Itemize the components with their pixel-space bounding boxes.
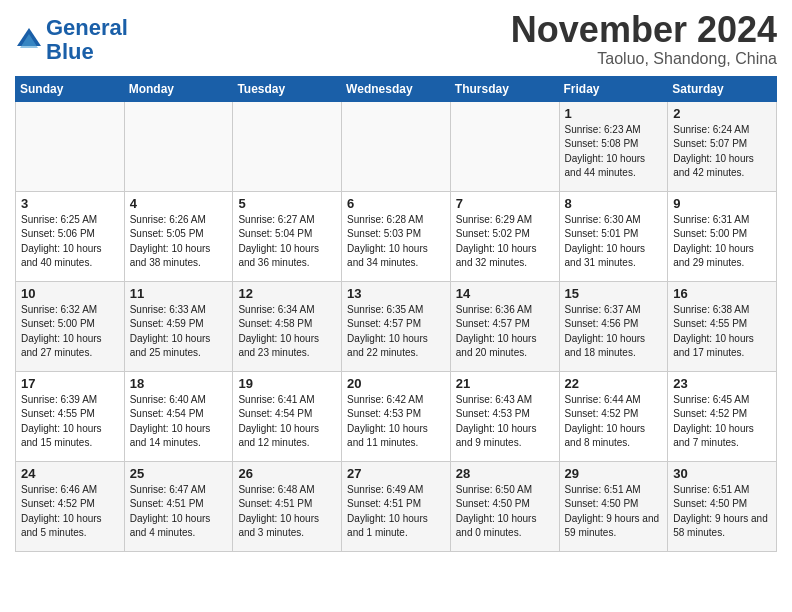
title-block: November 2024 Taoluo, Shandong, China [511,10,777,68]
calendar-week-5: 24Sunrise: 6:46 AMSunset: 4:52 PMDayligh… [16,461,777,551]
day-info: Sunrise: 6:36 AMSunset: 4:57 PMDaylight:… [456,303,554,361]
calendar-cell: 7Sunrise: 6:29 AMSunset: 5:02 PMDaylight… [450,191,559,281]
calendar-cell: 23Sunrise: 6:45 AMSunset: 4:52 PMDayligh… [668,371,777,461]
day-info: Sunrise: 6:24 AMSunset: 5:07 PMDaylight:… [673,123,771,181]
day-number: 20 [347,376,445,391]
day-number: 8 [565,196,663,211]
calendar-cell: 30Sunrise: 6:51 AMSunset: 4:50 PMDayligh… [668,461,777,551]
day-number: 6 [347,196,445,211]
day-info: Sunrise: 6:31 AMSunset: 5:00 PMDaylight:… [673,213,771,271]
day-number: 26 [238,466,336,481]
calendar-cell: 18Sunrise: 6:40 AMSunset: 4:54 PMDayligh… [124,371,233,461]
day-info: Sunrise: 6:33 AMSunset: 4:59 PMDaylight:… [130,303,228,361]
day-info: Sunrise: 6:44 AMSunset: 4:52 PMDaylight:… [565,393,663,451]
day-number: 28 [456,466,554,481]
calendar-cell: 16Sunrise: 6:38 AMSunset: 4:55 PMDayligh… [668,281,777,371]
calendar-cell [342,101,451,191]
calendar-cell: 12Sunrise: 6:34 AMSunset: 4:58 PMDayligh… [233,281,342,371]
day-number: 19 [238,376,336,391]
day-info: Sunrise: 6:46 AMSunset: 4:52 PMDaylight:… [21,483,119,541]
calendar-cell [16,101,125,191]
calendar-week-1: 1Sunrise: 6:23 AMSunset: 5:08 PMDaylight… [16,101,777,191]
weekday-header-wednesday: Wednesday [342,76,451,101]
calendar-week-3: 10Sunrise: 6:32 AMSunset: 5:00 PMDayligh… [16,281,777,371]
weekday-header-tuesday: Tuesday [233,76,342,101]
day-number: 2 [673,106,771,121]
calendar-cell: 20Sunrise: 6:42 AMSunset: 4:53 PMDayligh… [342,371,451,461]
day-number: 1 [565,106,663,121]
day-info: Sunrise: 6:45 AMSunset: 4:52 PMDaylight:… [673,393,771,451]
day-number: 30 [673,466,771,481]
day-number: 24 [21,466,119,481]
day-info: Sunrise: 6:49 AMSunset: 4:51 PMDaylight:… [347,483,445,541]
day-info: Sunrise: 6:23 AMSunset: 5:08 PMDaylight:… [565,123,663,181]
calendar-cell: 9Sunrise: 6:31 AMSunset: 5:00 PMDaylight… [668,191,777,281]
calendar-cell: 28Sunrise: 6:50 AMSunset: 4:50 PMDayligh… [450,461,559,551]
logo-line2: Blue [46,40,128,64]
day-info: Sunrise: 6:51 AMSunset: 4:50 PMDaylight:… [565,483,663,541]
calendar-cell: 15Sunrise: 6:37 AMSunset: 4:56 PMDayligh… [559,281,668,371]
day-info: Sunrise: 6:25 AMSunset: 5:06 PMDaylight:… [21,213,119,271]
calendar-week-4: 17Sunrise: 6:39 AMSunset: 4:55 PMDayligh… [16,371,777,461]
calendar-cell: 22Sunrise: 6:44 AMSunset: 4:52 PMDayligh… [559,371,668,461]
day-number: 22 [565,376,663,391]
calendar-cell: 6Sunrise: 6:28 AMSunset: 5:03 PMDaylight… [342,191,451,281]
calendar-cell [233,101,342,191]
calendar-cell: 29Sunrise: 6:51 AMSunset: 4:50 PMDayligh… [559,461,668,551]
day-info: Sunrise: 6:26 AMSunset: 5:05 PMDaylight:… [130,213,228,271]
day-number: 17 [21,376,119,391]
day-info: Sunrise: 6:40 AMSunset: 4:54 PMDaylight:… [130,393,228,451]
day-number: 13 [347,286,445,301]
calendar-cell: 19Sunrise: 6:41 AMSunset: 4:54 PMDayligh… [233,371,342,461]
month-title: November 2024 [511,10,777,50]
day-info: Sunrise: 6:51 AMSunset: 4:50 PMDaylight:… [673,483,771,541]
day-info: Sunrise: 6:37 AMSunset: 4:56 PMDaylight:… [565,303,663,361]
weekday-header-friday: Friday [559,76,668,101]
day-info: Sunrise: 6:32 AMSunset: 5:00 PMDaylight:… [21,303,119,361]
calendar-cell [450,101,559,191]
calendar-cell: 2Sunrise: 6:24 AMSunset: 5:07 PMDaylight… [668,101,777,191]
day-info: Sunrise: 6:34 AMSunset: 4:58 PMDaylight:… [238,303,336,361]
day-info: Sunrise: 6:29 AMSunset: 5:02 PMDaylight:… [456,213,554,271]
day-number: 29 [565,466,663,481]
day-number: 7 [456,196,554,211]
day-number: 25 [130,466,228,481]
day-info: Sunrise: 6:48 AMSunset: 4:51 PMDaylight:… [238,483,336,541]
day-info: Sunrise: 6:28 AMSunset: 5:03 PMDaylight:… [347,213,445,271]
day-number: 11 [130,286,228,301]
day-number: 15 [565,286,663,301]
location-title: Taoluo, Shandong, China [511,50,777,68]
day-number: 9 [673,196,771,211]
header: General Blue November 2024 Taoluo, Shand… [15,10,777,68]
calendar-cell: 14Sunrise: 6:36 AMSunset: 4:57 PMDayligh… [450,281,559,371]
day-info: Sunrise: 6:35 AMSunset: 4:57 PMDaylight:… [347,303,445,361]
calendar-cell: 5Sunrise: 6:27 AMSunset: 5:04 PMDaylight… [233,191,342,281]
calendar-cell: 11Sunrise: 6:33 AMSunset: 4:59 PMDayligh… [124,281,233,371]
calendar-cell: 17Sunrise: 6:39 AMSunset: 4:55 PMDayligh… [16,371,125,461]
logo-line1: General [46,16,128,40]
logo-icon [15,26,43,54]
calendar-cell: 8Sunrise: 6:30 AMSunset: 5:01 PMDaylight… [559,191,668,281]
weekday-header-thursday: Thursday [450,76,559,101]
day-number: 14 [456,286,554,301]
calendar-cell: 13Sunrise: 6:35 AMSunset: 4:57 PMDayligh… [342,281,451,371]
day-number: 21 [456,376,554,391]
calendar-week-2: 3Sunrise: 6:25 AMSunset: 5:06 PMDaylight… [16,191,777,281]
day-info: Sunrise: 6:50 AMSunset: 4:50 PMDaylight:… [456,483,554,541]
calendar-cell: 1Sunrise: 6:23 AMSunset: 5:08 PMDaylight… [559,101,668,191]
calendar-cell: 25Sunrise: 6:47 AMSunset: 4:51 PMDayligh… [124,461,233,551]
calendar-cell: 24Sunrise: 6:46 AMSunset: 4:52 PMDayligh… [16,461,125,551]
day-number: 23 [673,376,771,391]
day-number: 5 [238,196,336,211]
day-info: Sunrise: 6:39 AMSunset: 4:55 PMDaylight:… [21,393,119,451]
weekday-header-monday: Monday [124,76,233,101]
calendar-table: SundayMondayTuesdayWednesdayThursdayFrid… [15,76,777,552]
day-number: 4 [130,196,228,211]
day-info: Sunrise: 6:41 AMSunset: 4:54 PMDaylight:… [238,393,336,451]
logo: General Blue [15,16,128,64]
day-info: Sunrise: 6:42 AMSunset: 4:53 PMDaylight:… [347,393,445,451]
calendar-cell: 26Sunrise: 6:48 AMSunset: 4:51 PMDayligh… [233,461,342,551]
calendar-cell: 21Sunrise: 6:43 AMSunset: 4:53 PMDayligh… [450,371,559,461]
day-number: 12 [238,286,336,301]
day-info: Sunrise: 6:27 AMSunset: 5:04 PMDaylight:… [238,213,336,271]
